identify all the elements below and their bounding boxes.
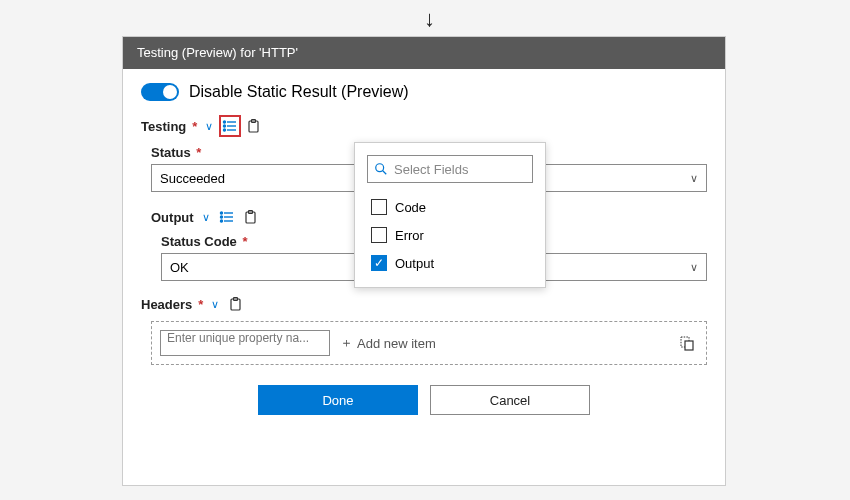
checkbox-icon xyxy=(371,227,387,243)
done-button[interactable]: Done xyxy=(258,385,418,415)
chevron-down-icon: ∨ xyxy=(690,172,698,185)
output-label: Output xyxy=(151,210,194,225)
chevron-down-icon[interactable]: ∨ xyxy=(205,120,213,133)
svg-point-13 xyxy=(220,220,222,222)
select-fields-icon[interactable] xyxy=(216,206,238,228)
svg-point-5 xyxy=(224,129,226,131)
svg-rect-19 xyxy=(685,341,693,350)
testing-label: Testing* xyxy=(141,119,197,134)
svg-point-4 xyxy=(224,125,226,127)
select-fields-search[interactable]: Select Fields xyxy=(367,155,533,183)
svg-point-3 xyxy=(224,121,226,123)
add-new-item-button[interactable]: ＋ Add new item xyxy=(340,334,436,352)
select-fields-icon[interactable] xyxy=(219,115,241,137)
static-result-label: Disable Static Result (Preview) xyxy=(189,83,409,101)
field-option-error[interactable]: Error xyxy=(367,221,533,249)
pointer-arrow: ↓ xyxy=(424,6,435,32)
svg-line-21 xyxy=(383,171,387,175)
status-value: Succeeded xyxy=(160,171,225,186)
paste-json-icon[interactable] xyxy=(676,332,698,354)
paste-icon[interactable] xyxy=(225,293,247,315)
dialog-title: Testing (Preview) for 'HTTP' xyxy=(123,37,725,69)
chevron-down-icon: ∨ xyxy=(690,261,698,274)
checkbox-checked-icon: ✓ xyxy=(371,255,387,271)
paste-icon[interactable] xyxy=(240,206,262,228)
svg-point-11 xyxy=(220,212,222,214)
checkbox-icon xyxy=(371,199,387,215)
svg-point-20 xyxy=(376,164,384,172)
paste-icon[interactable] xyxy=(243,115,265,137)
field-option-code[interactable]: Code xyxy=(367,193,533,221)
headers-label: Headers * xyxy=(141,297,203,312)
field-option-output[interactable]: ✓ Output xyxy=(367,249,533,277)
plus-icon: ＋ xyxy=(340,334,353,352)
header-key-input[interactable]: Enter unique property na... xyxy=(160,330,330,356)
status-code-value: OK xyxy=(170,260,189,275)
search-placeholder: Select Fields xyxy=(394,162,468,177)
chevron-down-icon[interactable]: ∨ xyxy=(211,298,219,311)
chevron-down-icon[interactable]: ∨ xyxy=(202,211,210,224)
headers-container: Enter unique property na... ＋ Add new it… xyxy=(151,321,707,365)
svg-point-12 xyxy=(220,216,222,218)
search-icon xyxy=(374,162,388,176)
cancel-button[interactable]: Cancel xyxy=(430,385,590,415)
static-result-toggle[interactable] xyxy=(141,83,179,101)
select-fields-popup: Select Fields Code Error ✓ Output xyxy=(354,142,546,288)
